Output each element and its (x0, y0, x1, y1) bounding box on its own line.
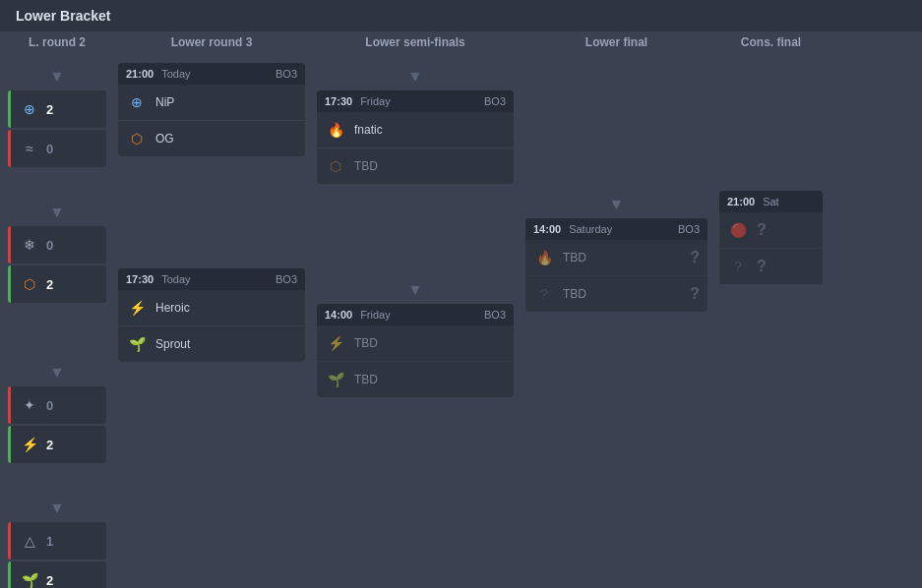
r3-match2: 17:30 Today BO3 ⚡ Heroic 🌱 Sprout (118, 268, 305, 362)
semi-m1-team2[interactable]: ⬡ TBD (317, 148, 514, 184)
semis-header: Lower semi-finals (357, 31, 472, 53)
heroic-team-icon: ⚡ (126, 297, 148, 319)
lf-icon1: 🔥 (533, 247, 555, 268)
arrow3: ▼ (49, 362, 65, 383)
header-title: Lower Bracket (0, 0, 922, 31)
lf-q2: ? (690, 285, 700, 303)
r3-m1-day: Today (161, 68, 190, 80)
og-team-name: OG (155, 132, 297, 146)
tbd1-name: TBD (354, 159, 506, 173)
nip-team-name: NiP (155, 95, 297, 109)
col-semis: Lower semi-finals ▼ 17:30 Friday BO3 🔥 f… (317, 31, 514, 588)
cf-q2: ? (757, 258, 767, 275)
r3-m1-format: BO3 (276, 68, 297, 80)
header: Lower Bracket (0, 0, 922, 31)
lf-team1[interactable]: 🔥 TBD ? (525, 240, 707, 276)
r3-m2-time: 17:30 (126, 273, 154, 285)
t3a-score: 0 (46, 398, 53, 413)
cons-final-match: 21:00 Sat 🔴 ? ? ? (719, 191, 823, 284)
r2-slot-t4a: △ 1 (8, 522, 106, 559)
r3-m2-format: BO3 (276, 273, 297, 285)
r2-group2: ❄ 0 ⬡ 2 (8, 226, 106, 305)
col-round3: Lower round 3 21:00 Today BO3 ⊕ NiP ⬡ OG… (118, 31, 305, 588)
r3-m2-team1[interactable]: ⚡ Heroic (118, 290, 305, 326)
nip-team-icon: ⊕ (126, 91, 148, 113)
r2-group4: △ 1 🌱 2 (8, 522, 106, 588)
semi-m1-day: Friday (360, 95, 391, 107)
fnatic-icon: 🔥 (325, 119, 346, 141)
lf-q1: ? (690, 249, 700, 266)
tbd3-name: TBD (354, 373, 506, 386)
semi-m1-team1[interactable]: 🔥 fnatic (317, 112, 514, 148)
r3-match1-header: 21:00 Today BO3 (118, 63, 305, 85)
r3-m1-time: 21:00 (126, 68, 154, 80)
r3-m1-team1[interactable]: ⊕ NiP (118, 85, 305, 121)
lf-time: 14:00 (533, 223, 561, 235)
lf-team2[interactable]: ? TBD ? (525, 276, 707, 312)
sprout-team-icon: 🌱 (126, 333, 148, 355)
semi-m1-time: 17:30 (325, 95, 352, 107)
t2a-icon: ❄ (19, 234, 40, 256)
r2-group1: ⊕ 2 ≈ 0 (8, 90, 106, 169)
semi-m2-team2[interactable]: 🌱 TBD (317, 362, 514, 397)
heroic-score: 2 (46, 438, 53, 452)
cloud9-icon: ⊕ (19, 98, 40, 120)
r3-m2-team2[interactable]: 🌱 Sprout (118, 326, 305, 362)
semi-m2-format: BO3 (484, 309, 506, 321)
cf-icon2: ? (727, 256, 749, 277)
tbd3-icon: 🌱 (325, 369, 346, 390)
semis-arrow1: ▼ (407, 66, 423, 88)
arrow2: ▼ (49, 202, 65, 223)
semi-m2-day: Friday (360, 309, 391, 321)
semi-m2-header: 14:00 Friday BO3 (317, 304, 514, 325)
cf-header: 21:00 Sat (719, 191, 823, 212)
fnatic-name: fnatic (354, 123, 506, 137)
semi-match1: 17:30 Friday BO3 🔥 fnatic ⬡ TBD (317, 90, 514, 184)
lf-day: Saturday (569, 223, 612, 235)
semi-m1-format: BO3 (484, 95, 506, 107)
t4a-icon: △ (19, 530, 40, 552)
semi-m2-team1[interactable]: ⚡ TBD (317, 325, 514, 362)
bracket-content: L. round 2 ▼ ⊕ 2 ≈ 0 ▼ ❄ 0 ⬡ 2 (0, 31, 922, 588)
lf-name1: TBD (563, 251, 682, 265)
cf-q1: ? (757, 221, 767, 239)
r3-m2-day: Today (161, 273, 190, 285)
col-final: Lower final ▼ 14:00 Saturday BO3 🔥 TBD ?… (525, 31, 707, 588)
lf-format: BO3 (678, 223, 700, 235)
arrow1: ▼ (49, 66, 65, 88)
r2-slot-t2a: ❄ 0 (8, 226, 106, 264)
r2-group3: ✦ 0 ⚡ 2 (8, 386, 106, 465)
final-arrow: ▼ (609, 194, 625, 215)
sprout-team-name: Sprout (155, 337, 297, 351)
cf-day: Sat (763, 196, 779, 207)
semi-match2: 14:00 Friday BO3 ⚡ TBD 🌱 TBD (317, 304, 514, 397)
t1b-score: 0 (46, 142, 53, 156)
sprout-score: 2 (46, 573, 53, 588)
lower-final-match: 14:00 Saturday BO3 🔥 TBD ? ? TBD ? (525, 218, 707, 312)
t2a-score: 0 (46, 238, 53, 253)
r2-slot-t1b: ≈ 0 (8, 130, 106, 167)
og-icon: ⬡ (19, 273, 40, 295)
tbd2-icon: ⚡ (325, 332, 346, 354)
r2-slot-sprout: 🌱 2 (8, 561, 106, 588)
cloud9-score: 2 (46, 102, 53, 117)
heroic-team-name: Heroic (155, 301, 297, 315)
t1b-icon: ≈ (19, 138, 40, 159)
t3a-icon: ✦ (19, 394, 40, 416)
arrow4: ▼ (49, 498, 65, 519)
cf-team2[interactable]: ? ? (719, 249, 823, 284)
cons-header: Cons. final (733, 31, 809, 53)
lf-header: 14:00 Saturday BO3 (525, 218, 707, 240)
r2-slot-t3a: ✦ 0 (8, 386, 106, 424)
r3-match2-header: 17:30 Today BO3 (118, 268, 305, 290)
cf-team1[interactable]: 🔴 ? (719, 212, 823, 249)
og-score: 2 (46, 277, 53, 292)
heroic-icon: ⚡ (19, 434, 40, 455)
r3-m1-team2[interactable]: ⬡ OG (118, 121, 305, 156)
lf-name2: TBD (563, 287, 682, 301)
lf-icon2: ? (533, 283, 555, 305)
semis-arrow2: ▼ (407, 279, 423, 301)
tbd1-icon: ⬡ (325, 155, 346, 177)
og-team-icon: ⬡ (126, 128, 148, 149)
r3-match1: 21:00 Today BO3 ⊕ NiP ⬡ OG (118, 63, 305, 156)
